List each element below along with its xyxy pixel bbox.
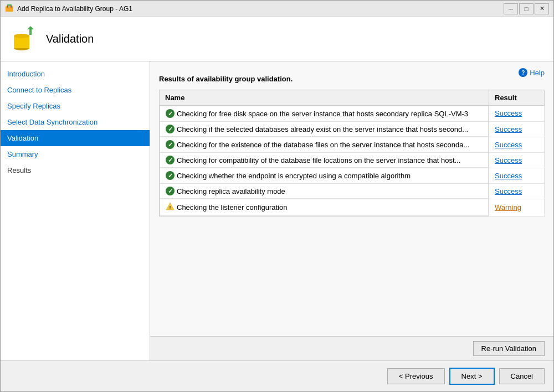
validation-table: Name Result ✓Checking for free disk spac… bbox=[159, 90, 545, 216]
success-result-link[interactable]: Success bbox=[495, 141, 522, 149]
sidebar: Introduction Connect to Replicas Specify… bbox=[1, 61, 150, 360]
help-label: Help bbox=[530, 69, 545, 77]
row-name-cell: ✓Checking for free disk space on the ser… bbox=[160, 106, 489, 121]
sidebar-item-validation[interactable]: Validation bbox=[1, 130, 150, 146]
title-bar: Add Replica to Availability Group - AG1 … bbox=[1, 1, 553, 17]
main-window: Add Replica to Availability Group - AG1 … bbox=[0, 0, 554, 392]
sidebar-item-specify[interactable]: Specify Replicas bbox=[1, 98, 150, 114]
row-name-text: Checking if the selected databases alrea… bbox=[177, 125, 468, 133]
row-result-cell[interactable]: Success bbox=[489, 137, 545, 152]
success-result-link[interactable]: Success bbox=[495, 109, 522, 117]
content-area: Introduction Connect to Replicas Specify… bbox=[1, 61, 553, 360]
help-icon: ? bbox=[519, 68, 527, 77]
table-row: !Checking the listener configurationWarn… bbox=[160, 199, 545, 216]
success-icon: ✓ bbox=[166, 125, 175, 133]
bottom-bar: < Previous Next > Cancel bbox=[1, 360, 553, 391]
main-body: ? Help Results of availability group val… bbox=[150, 61, 553, 336]
row-name-cell: !Checking the listener configuration bbox=[160, 199, 489, 216]
svg-rect-4 bbox=[11, 5, 12, 8]
next-button[interactable]: Next > bbox=[449, 368, 495, 385]
table-header-row: Name Result bbox=[160, 90, 545, 106]
col-name-header: Name bbox=[160, 90, 489, 106]
row-name-cell: ✓Checking if the selected databases alre… bbox=[160, 121, 489, 137]
previous-button[interactable]: < Previous bbox=[387, 368, 445, 384]
sidebar-item-introduction[interactable]: Introduction bbox=[1, 66, 150, 82]
sidebar-item-connect[interactable]: Connect to Replicas bbox=[1, 82, 150, 98]
row-name-cell: ✓Checking replica availability mode bbox=[160, 183, 489, 199]
row-name-text: Checking for compatibility of the databa… bbox=[177, 156, 460, 164]
section-title: Results of availability group validation… bbox=[159, 75, 545, 83]
row-result-cell[interactable]: Success bbox=[489, 168, 545, 183]
row-name-cell: ✓Checking for compatibility of the datab… bbox=[160, 152, 489, 168]
row-name-cell: ✓Checking for the existence of the datab… bbox=[160, 137, 489, 152]
svg-marker-9 bbox=[27, 26, 34, 29]
success-icon: ✓ bbox=[166, 187, 175, 195]
svg-text:!: ! bbox=[170, 205, 171, 210]
validation-icon bbox=[9, 25, 38, 54]
app-icon bbox=[5, 4, 14, 13]
page-header: Validation bbox=[1, 17, 553, 61]
success-result-link[interactable]: Success bbox=[495, 172, 522, 180]
close-button[interactable]: ✕ bbox=[535, 3, 549, 14]
row-name-text: Checking whether the endpoint is encrypt… bbox=[177, 172, 411, 180]
success-result-link[interactable]: Success bbox=[495, 125, 522, 133]
help-link[interactable]: ? Help bbox=[519, 68, 545, 77]
success-icon: ✓ bbox=[166, 140, 175, 149]
sidebar-item-results: Results bbox=[1, 162, 150, 178]
success-icon: ✓ bbox=[166, 156, 175, 164]
warning-icon: ! bbox=[166, 202, 175, 213]
row-name-cell: ✓Checking whether the endpoint is encryp… bbox=[160, 168, 489, 183]
warning-result-link[interactable]: Warning bbox=[495, 203, 521, 212]
page-title: Validation bbox=[46, 33, 94, 45]
table-row: ✓Checking if the selected databases alre… bbox=[160, 121, 545, 137]
row-result-cell[interactable]: Success bbox=[489, 121, 545, 137]
rerun-footer: Re-run Validation bbox=[150, 336, 553, 360]
row-name-text: Checking for free disk space on the serv… bbox=[177, 110, 468, 118]
window-title: Add Replica to Availability Group - AG1 bbox=[17, 5, 504, 13]
table-row: ✓Checking for compatibility of the datab… bbox=[160, 152, 545, 168]
table-row: ✓Checking replica availability modeSucce… bbox=[160, 183, 545, 199]
row-result-cell[interactable]: Success bbox=[489, 106, 545, 122]
sidebar-item-select-sync[interactable]: Select Data Synchronization bbox=[1, 114, 150, 130]
table-row: ✓Checking whether the endpoint is encryp… bbox=[160, 168, 545, 183]
rerun-validation-button[interactable]: Re-run Validation bbox=[473, 341, 545, 356]
row-result-cell[interactable]: Warning bbox=[489, 199, 545, 216]
minimize-button[interactable]: ─ bbox=[504, 3, 518, 14]
svg-rect-10 bbox=[29, 29, 32, 35]
svg-point-8 bbox=[14, 34, 29, 38]
table-row: ✓Checking for free disk space on the ser… bbox=[160, 106, 545, 122]
main-panel: ? Help Results of availability group val… bbox=[150, 61, 553, 360]
row-name-text: Checking replica availability mode bbox=[177, 187, 285, 195]
table-row: ✓Checking for the existence of the datab… bbox=[160, 137, 545, 152]
cancel-button[interactable]: Cancel bbox=[499, 368, 545, 384]
svg-rect-3 bbox=[7, 5, 8, 8]
success-icon: ✓ bbox=[166, 109, 175, 118]
sidebar-item-summary[interactable]: Summary bbox=[1, 146, 150, 162]
success-icon: ✓ bbox=[166, 171, 175, 180]
row-result-cell[interactable]: Success bbox=[489, 152, 545, 168]
row-name-text: Checking for the existence of the databa… bbox=[177, 141, 469, 149]
success-result-link[interactable]: Success bbox=[495, 156, 522, 164]
window-controls: ─ □ ✕ bbox=[504, 3, 549, 14]
row-result-cell[interactable]: Success bbox=[489, 183, 545, 199]
row-name-text: Checking the listener configuration bbox=[177, 203, 287, 212]
col-result-header: Result bbox=[489, 90, 545, 106]
maximize-button[interactable]: □ bbox=[519, 3, 534, 14]
success-result-link[interactable]: Success bbox=[495, 187, 522, 195]
